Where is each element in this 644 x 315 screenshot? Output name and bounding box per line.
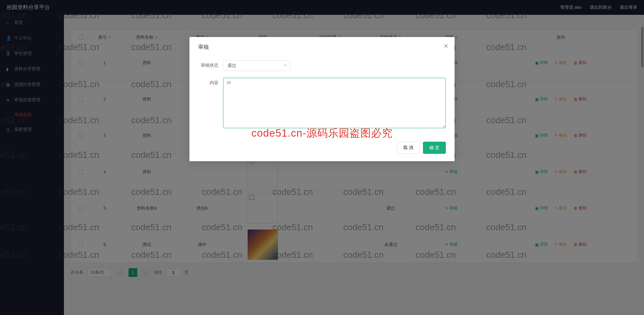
status-select[interactable]: 通过 bbox=[223, 60, 290, 71]
content-label: 内容 bbox=[198, 78, 223, 86]
cancel-button[interactable]: 取 消 bbox=[397, 142, 420, 154]
audit-modal: 审核 ✕ 审核状态 通过 内容 取 消 确 定 bbox=[189, 37, 455, 161]
confirm-button[interactable]: 确 定 bbox=[423, 142, 446, 154]
content-textarea[interactable] bbox=[223, 78, 446, 128]
status-label: 审核状态 bbox=[198, 60, 223, 68]
modal-actions: 取 消 确 定 bbox=[198, 142, 446, 154]
form-row-status: 审核状态 通过 bbox=[198, 60, 446, 71]
form-row-content: 内容 bbox=[198, 78, 446, 128]
modal-close-button[interactable]: ✕ bbox=[443, 42, 449, 50]
modal-title: 审核 bbox=[198, 44, 446, 51]
